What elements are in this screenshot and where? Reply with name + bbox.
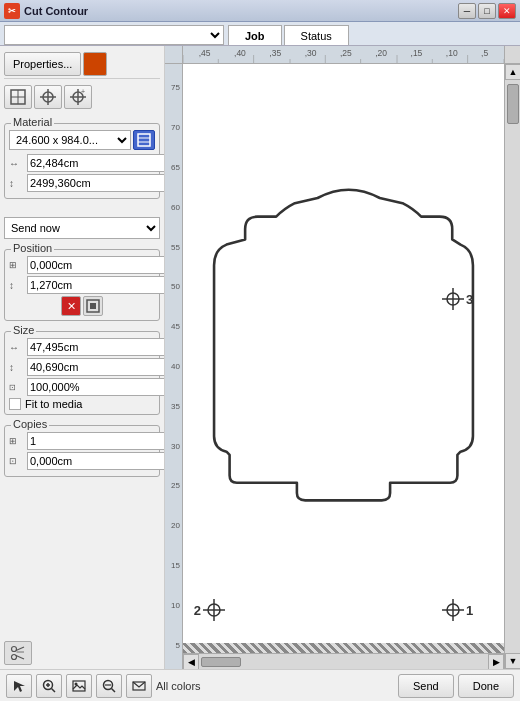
- lock-x-btn[interactable]: ✕: [61, 296, 81, 316]
- image-btn[interactable]: [66, 674, 92, 698]
- horizontal-scrollbar: ◀ ▶: [183, 653, 504, 669]
- vertical-scrollbar: ▲ ▼: [504, 64, 520, 669]
- canvas-plus-hscroll: 3 1 2: [183, 64, 504, 669]
- crosshair-2: 2: [203, 599, 225, 623]
- size-h-icon: ↕: [9, 362, 25, 373]
- icon-btn-3[interactable]: +: [64, 85, 92, 109]
- mail-btn[interactable]: [126, 674, 152, 698]
- job-dropdown[interactable]: [4, 25, 224, 45]
- zoom-in-btn[interactable]: [36, 674, 62, 698]
- size-group: Size ↔ ▲ ▼ ↕ ▲ ▼ ⊡: [4, 331, 160, 415]
- tab-status[interactable]: Status: [284, 25, 349, 45]
- top-ruler-row: ,45 ,40 ,35 ,30 ,25 ,20 ,15 ,10 ,5: [165, 46, 520, 64]
- icon-btn-1[interactable]: [4, 85, 32, 109]
- copies-count-input[interactable]: [27, 432, 165, 450]
- size-h-input[interactable]: [27, 358, 165, 376]
- size-w-icon: ↔: [9, 342, 25, 353]
- canvas[interactable]: 3 1 2: [183, 64, 504, 653]
- crosshair-1-label: 1: [466, 603, 473, 618]
- pos-x-icon: ⊞: [9, 260, 25, 270]
- crosshair-1: 1: [442, 599, 464, 623]
- minimize-button[interactable]: ─: [458, 3, 476, 19]
- fit-to-media-label: Fit to media: [25, 398, 82, 410]
- svg-point-15: [12, 647, 17, 652]
- vscroll-up-btn[interactable]: ▲: [505, 64, 520, 80]
- ruler-corner: [165, 46, 183, 64]
- position-group: Position ⊞ ▲ ▼ ↕ ▲ ▼ ✕: [4, 249, 160, 321]
- bottom-bar: All colors Send Done: [0, 669, 520, 701]
- tab-job[interactable]: Job: [228, 25, 282, 45]
- material-group: Material 24.600 x 984.0... ↔ ▲ ▼ ↕: [4, 123, 160, 199]
- fit-to-media-row: Fit to media: [9, 398, 155, 410]
- toolbar-image: [83, 52, 107, 76]
- material-config-btn[interactable]: [133, 130, 155, 150]
- position-label: Position: [11, 242, 54, 254]
- cut-icon-btn[interactable]: [4, 641, 32, 665]
- svg-line-18: [16, 656, 24, 660]
- lock-y-btn[interactable]: [83, 296, 103, 316]
- size-w-row: ↔ ▲ ▼: [9, 338, 155, 356]
- left-panel: Properties... + Material 24.600 x 984.0.…: [0, 46, 165, 669]
- hscroll-thumb[interactable]: [201, 657, 241, 667]
- copies-label: Copies: [11, 418, 49, 430]
- svg-text:+: +: [81, 88, 85, 95]
- hscroll-right-btn[interactable]: ▶: [488, 654, 504, 669]
- material-label: Material: [11, 116, 54, 128]
- material-select[interactable]: 24.600 x 984.0...: [9, 130, 131, 150]
- size-pct-input[interactable]: [27, 378, 165, 396]
- svg-point-16: [12, 655, 17, 660]
- crosshair-2-label: 2: [194, 603, 201, 618]
- width-icon: ↔: [9, 158, 25, 169]
- copies-spacing-row: ⊡ ▲ ▼: [9, 452, 155, 470]
- copies-group: Copies ⊞ ▲ ▼ ⊡ ▲ ▼: [4, 425, 160, 477]
- svg-marker-39: [14, 681, 25, 692]
- window-title: Cut Contour: [24, 5, 458, 17]
- right-panel: ,45 ,40 ,35 ,30 ,25 ,20 ,15 ,10 ,5: [165, 46, 520, 669]
- tab-bar: Job Status: [0, 22, 520, 46]
- colors-label: All colors: [156, 680, 394, 692]
- icon-toolbar: +: [4, 85, 160, 109]
- fit-to-media-checkbox[interactable]: [9, 398, 21, 410]
- material-width-row: ↔ ▲ ▼: [9, 154, 155, 172]
- maximize-button[interactable]: □: [478, 3, 496, 19]
- copies-spacing-input[interactable]: [27, 452, 165, 470]
- material-height-row: ↕ ▲ ▼: [9, 174, 155, 192]
- lock-icons: ✕: [9, 296, 155, 316]
- send-btn[interactable]: Send: [398, 674, 454, 698]
- close-button[interactable]: ✕: [498, 3, 516, 19]
- svg-rect-10: [138, 134, 150, 146]
- properties-button[interactable]: Properties...: [4, 52, 81, 76]
- size-label: Size: [11, 324, 36, 336]
- pos-x-input[interactable]: [27, 256, 165, 274]
- horizontal-ruler: ,45 ,40 ,35 ,30 ,25 ,20 ,15 ,10 ,5: [183, 46, 504, 64]
- svg-line-41: [52, 688, 56, 692]
- main-content: Properties... + Material 24.600 x 984.0.…: [0, 46, 520, 669]
- hscroll-track: [199, 654, 488, 669]
- bottom-icon-area: [4, 633, 160, 665]
- canvas-scrollbar-area: 75 70 65 60 55 50 45 40 35 30 25 20 15 1…: [165, 64, 520, 669]
- send-now-select[interactable]: Send now: [4, 217, 160, 239]
- pos-x-row: ⊞ ▲ ▼: [9, 256, 155, 274]
- arrow-tool-btn[interactable]: [6, 674, 32, 698]
- copies-count-row: ⊞ ▲ ▼: [9, 432, 155, 450]
- hscroll-left-btn[interactable]: ◀: [183, 654, 199, 669]
- window-controls: ─ □ ✕: [458, 3, 516, 19]
- done-btn[interactable]: Done: [458, 674, 514, 698]
- size-w-input[interactable]: [27, 338, 165, 356]
- material-width-input[interactable]: [27, 154, 165, 172]
- height-icon: ↕: [9, 178, 25, 189]
- zoom-fit-btn[interactable]: [96, 674, 122, 698]
- toolbar-row: Properties...: [4, 50, 160, 79]
- window-icon: ✂: [4, 3, 20, 19]
- icon-btn-2[interactable]: [34, 85, 62, 109]
- crosshair-3: 3: [442, 288, 464, 312]
- spacer-1: [4, 203, 160, 209]
- scrollbar-top-space: [504, 46, 520, 64]
- vscroll-down-btn[interactable]: ▼: [505, 653, 520, 669]
- size-pct-icon: ⊡: [9, 383, 25, 392]
- pos-y-input[interactable]: [27, 276, 165, 294]
- vscroll-thumb[interactable]: [507, 84, 519, 124]
- shape-svg: [183, 64, 504, 653]
- material-height-input[interactable]: [27, 174, 165, 192]
- copies-grid-icon: ⊞: [9, 436, 25, 446]
